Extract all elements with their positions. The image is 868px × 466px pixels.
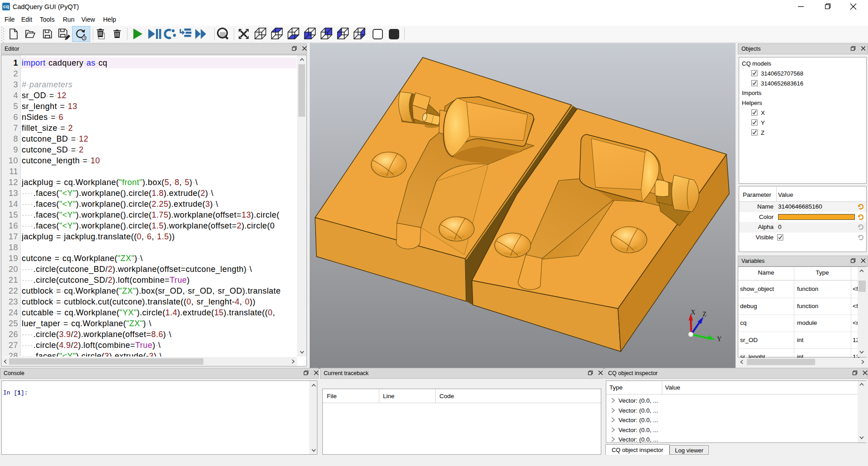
svg-text:Z: Z [703,311,707,318]
svg-text:Y: Y [717,336,722,342]
svg-text:X: X [691,309,695,316]
